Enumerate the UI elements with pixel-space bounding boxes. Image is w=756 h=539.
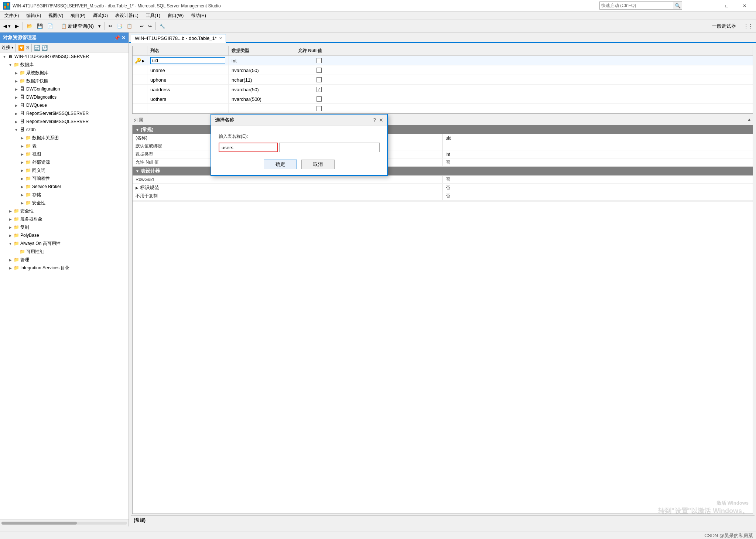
filter-icon[interactable]: 🔽	[18, 45, 24, 51]
tree-item-dwconfig[interactable]: ▶ 🗄 DWConfiguration	[0, 85, 129, 93]
dwconfig-expand-icon[interactable]: ▶	[13, 86, 19, 92]
storage-expand-icon[interactable]: ▶	[19, 192, 25, 198]
new-query-dropdown[interactable]: ▾	[96, 21, 103, 31]
menu-window[interactable]: 窗口(W)	[165, 12, 187, 20]
menu-table-designer[interactable]: 表设计器(L)	[112, 12, 141, 20]
forward-button[interactable]: ▶	[13, 21, 21, 31]
tree-item-server[interactable]: ▼ 🖥 WIN-4T1UPSGIR78\MSSQLSERVER_	[0, 52, 129, 61]
alwayson-expand-icon[interactable]: ▼	[7, 240, 13, 246]
undo-button[interactable]: ↩	[138, 21, 146, 31]
menu-file[interactable]: 文件(F)	[1, 12, 22, 20]
rs2-expand-icon[interactable]: ▶	[13, 119, 19, 124]
pin-icon[interactable]: 📌	[114, 35, 120, 41]
cut-button[interactable]: ✂	[107, 21, 114, 31]
redo-button[interactable]: ↪	[146, 21, 154, 31]
tree-item-polybase[interactable]: ▶ 📁 PolyBase	[0, 231, 129, 239]
tree-item-security[interactable]: ▶ 📁 安全性	[0, 207, 129, 215]
ag-expand-icon[interactable]	[13, 249, 19, 255]
sidebar-scroll-track[interactable]	[1, 522, 127, 525]
databases-expand-icon[interactable]: ▼	[7, 62, 13, 68]
filter-btn[interactable]: ⊠	[25, 45, 29, 50]
server-objects-expand-icon[interactable]: ▶	[7, 216, 13, 222]
maximize-button[interactable]: □	[718, 0, 735, 12]
server-expand-icon[interactable]: ▼	[1, 54, 7, 59]
debug-button[interactable]: 🔧	[158, 21, 167, 31]
rs1-expand-icon[interactable]: ▶	[13, 110, 19, 116]
connect-dropdown-icon[interactable]: ▾	[11, 45, 13, 50]
sidebar-scrollbar[interactable]	[0, 519, 129, 526]
new-query-button[interactable]: 📋 新建查询(N)	[59, 21, 96, 31]
tree-item-system-db[interactable]: ▶ 📁 系统数据库	[0, 69, 129, 77]
views-expand-icon[interactable]: ▶	[19, 151, 25, 157]
tree-item-security-szdb[interactable]: ▶ 📁 安全性	[0, 199, 129, 207]
tree-item-views[interactable]: ▶ 📁 视图	[0, 150, 129, 158]
synonyms-expand-icon[interactable]: ▶	[19, 167, 25, 173]
diagrams-expand-icon[interactable]: ▶	[19, 135, 25, 141]
menu-help[interactable]: 帮助(H)	[188, 12, 209, 20]
snapshots-expand-icon[interactable]: ▶	[13, 78, 19, 84]
copy-button[interactable]: 📑	[115, 21, 124, 31]
dialog-close-button[interactable]: ✕	[379, 117, 383, 123]
sidebar-close-icon[interactable]: ✕	[122, 35, 126, 41]
menu-project[interactable]: 项目(P)	[68, 12, 88, 20]
tree-item-databases[interactable]: ▼ 📁 数据库	[0, 61, 129, 69]
extra-options[interactable]: ⋮⋮	[742, 21, 755, 31]
tree-item-dwdiag[interactable]: ▶ 🗄 DWDiagnostics	[0, 93, 129, 101]
save-all-button[interactable]: 📄	[45, 21, 55, 31]
tree-item-tables[interactable]: ▶ 📁 表	[0, 142, 129, 150]
tree-item-reportserver1[interactable]: ▶ 🗄 ReportServer$MSSQLSERVER	[0, 109, 129, 117]
tree-item-storage[interactable]: ▶ 📁 存储	[0, 191, 129, 199]
dialog-confirm-button[interactable]: 确定	[264, 160, 297, 169]
sec-szdb-expand-icon[interactable]: ▶	[19, 200, 25, 206]
refresh-icon[interactable]: 🔄	[34, 45, 40, 51]
tree-item-server-objects[interactable]: ▶ 📁 服务器对象	[0, 215, 129, 223]
dialog-name-input-right[interactable]	[279, 143, 380, 152]
sync-icon[interactable]: 🔃	[41, 45, 48, 51]
tables-expand-icon[interactable]: ▶	[19, 143, 25, 149]
tree-item-ag-groups[interactable]: 📁 可用性组	[0, 248, 129, 256]
tree-item-integration[interactable]: ▶ 📁 Integration Services 目录	[0, 264, 129, 272]
szdb-expand-icon[interactable]: ▼	[13, 127, 19, 133]
general-debug-text: 一般调试器	[712, 23, 736, 30]
tree-item-servicebroker[interactable]: ▶ 📁 Service Broker	[0, 182, 129, 191]
tree-item-replication[interactable]: ▶ 📁 复制	[0, 223, 129, 231]
system-db-expand-icon[interactable]: ▶	[13, 70, 19, 76]
quick-search-input[interactable]	[599, 1, 673, 10]
save-button[interactable]: 💾	[35, 21, 45, 31]
search-button[interactable]: 🔍	[673, 1, 682, 10]
paste-button[interactable]: 📋	[125, 21, 134, 31]
sb-expand-icon[interactable]: ▶	[19, 184, 25, 190]
polybase-expand-icon[interactable]: ▶	[7, 232, 13, 238]
tree-item-dwqueue[interactable]: ▶ 🗄 DWQueue	[0, 101, 129, 109]
tree-item-szdb[interactable]: ▼ 🗄 szdb	[0, 126, 129, 134]
dialog-name-input-left[interactable]	[219, 143, 278, 152]
minimize-button[interactable]: ─	[701, 0, 718, 12]
menu-edit[interactable]: 编辑(E)	[23, 12, 44, 20]
sidebar-tree[interactable]: ▼ 🖥 WIN-4T1UPSGIR78\MSSQLSERVER_ ▼ 📁 数据库…	[0, 52, 129, 519]
dwqueue-expand-icon[interactable]: ▶	[13, 102, 19, 108]
tree-item-management[interactable]: ▶ 📁 管理	[0, 256, 129, 264]
management-expand-icon[interactable]: ▶	[7, 257, 13, 263]
security-expand-icon[interactable]: ▶	[7, 208, 13, 214]
open-button[interactable]: 📂	[25, 21, 34, 31]
dwdiag-expand-icon[interactable]: ▶	[13, 94, 19, 100]
back-button[interactable]: ◀ ▾	[1, 21, 13, 31]
dialog-help-button[interactable]: ?	[373, 117, 376, 123]
tree-item-reportserver2[interactable]: ▶ 🗄 ReportServer$MSSQLSERVER	[0, 117, 129, 126]
menu-view[interactable]: 视图(V)	[45, 12, 66, 20]
tree-item-snapshots[interactable]: ▶ 📁 数据库快照	[0, 77, 129, 85]
tree-item-programmability[interactable]: ▶ 📁 可编程性	[0, 174, 129, 182]
close-button[interactable]: ✕	[736, 0, 753, 12]
menu-debug[interactable]: 调试(D)	[90, 12, 111, 20]
sidebar: 对象资源管理器 📌 ✕ 连接 ▾ 🔽 ⊠ 🔄 🔃 ▼ 🖥 WIN-4T1UPSG…	[0, 33, 129, 526]
dialog-cancel-button[interactable]: 取消	[301, 160, 335, 169]
tree-item-diagrams[interactable]: ▶ 📁 数据库关系图	[0, 134, 129, 142]
tree-item-alwayson[interactable]: ▼ 📁 Always On 高可用性	[0, 239, 129, 248]
prog-expand-icon[interactable]: ▶	[19, 175, 25, 181]
tree-item-external[interactable]: ▶ 📁 外部资源	[0, 158, 129, 166]
external-expand-icon[interactable]: ▶	[19, 159, 25, 165]
integration-expand-icon[interactable]: ▶	[7, 265, 13, 271]
replication-expand-icon[interactable]: ▶	[7, 224, 13, 230]
tree-item-synonyms[interactable]: ▶ 📁 同义词	[0, 166, 129, 174]
menu-tools[interactable]: 工具(T)	[143, 12, 163, 20]
